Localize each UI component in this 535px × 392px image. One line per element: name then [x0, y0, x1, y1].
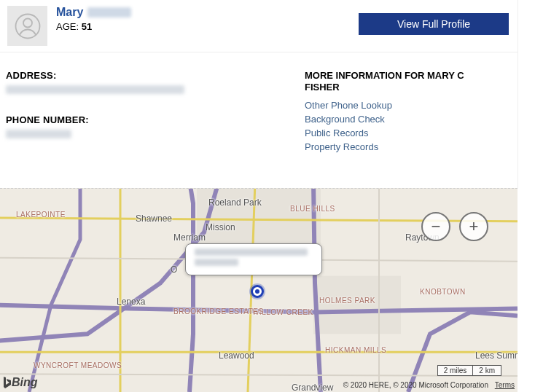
bing-icon — [1, 376, 12, 389]
map-scale: 2 miles 2 km — [437, 365, 501, 376]
map-label-knobtown: KNOBTOWN — [420, 288, 466, 296]
map-label-blue-hills: BLUE HILLS — [290, 205, 335, 213]
map-label-merriam: Merriam — [173, 232, 206, 243]
avatar — [7, 6, 47, 46]
more-info-links: Other Phone Lookup Background Check Publ… — [305, 100, 485, 152]
scale-miles: 2 miles — [437, 365, 473, 376]
link-property-records[interactable]: Property Records — [305, 141, 485, 152]
link-public-records[interactable]: Public Records — [305, 128, 485, 138]
view-full-profile-button[interactable]: View Full Profile — [359, 13, 509, 35]
link-other-phone-lookup[interactable]: Other Phone Lookup — [305, 100, 485, 111]
details-section: ADDRESS: PHONE NUMBER: MORE INFORMATION … — [0, 52, 535, 161]
map-label-lees-summit: Lees Summ — [475, 350, 518, 361]
zoom-in-button[interactable]: + — [459, 212, 488, 241]
more-info-prefix: MORE INFORMATION FOR — [305, 70, 427, 81]
scale-km: 2 km — [472, 365, 501, 376]
map-label-grandview: Grandview — [292, 383, 333, 392]
address-label: ADDRESS: — [6, 70, 305, 81]
map-copyright: © 2020 HERE, © 2020 Microsoft Corporatio… — [343, 381, 515, 389]
map-label-leawood: Leawood — [219, 350, 254, 361]
map-provider-logo: Bing — [1, 376, 38, 389]
redacted-address-value — [6, 85, 184, 94]
zoom-out-button[interactable]: − — [421, 212, 450, 241]
redacted-name-remainder — [87, 7, 131, 17]
redacted-popup-line-2 — [195, 259, 238, 266]
person-summary-card: Mary AGE: 51 View Full Profile — [0, 0, 535, 52]
link-background-check[interactable]: Background Check — [305, 114, 485, 125]
more-info-heading: MORE INFORMATION FOR MARY C FISHER — [305, 70, 485, 94]
age-label: AGE: — [56, 21, 79, 32]
redacted-popup-line-1 — [195, 248, 308, 256]
terms-link[interactable]: Terms — [495, 381, 515, 389]
map-marker[interactable] — [251, 285, 264, 298]
map-label-lakepointe: LAKEPOINTE — [16, 211, 66, 219]
map[interactable]: Roeland Park Shawnee Mission Merriam O L… — [0, 188, 518, 392]
map-popup — [185, 243, 322, 275]
redacted-phone-value — [6, 130, 71, 138]
copyright-text: © 2020 HERE, © 2020 Microsoft Corporatio… — [343, 381, 488, 389]
phone-label: PHONE NUMBER: — [6, 114, 305, 125]
age-value: 51 — [82, 21, 92, 32]
right-gutter — [518, 0, 535, 188]
map-provider-text: Bing — [12, 376, 38, 389]
svg-point-1 — [23, 18, 32, 27]
map-label-hickman: HICKMAN MILLS — [325, 346, 386, 354]
map-label-holmes-park: HOLMES PARK — [319, 297, 375, 305]
map-label-overland: O — [171, 264, 177, 275]
map-label-mission: Mission — [206, 222, 235, 232]
svg-rect-4 — [313, 276, 401, 334]
map-label-shawnee: Shawnee — [136, 213, 172, 224]
map-label-lenexa: Lenexa — [117, 297, 145, 307]
map-label-wyncroft: WYNCROFT MEADOWS — [34, 362, 122, 369]
person-icon — [15, 13, 41, 39]
map-label-roeland-park: Roeland Park — [208, 197, 262, 208]
map-label-brookridge: BROOKRIDGE ESTATES — [173, 308, 264, 315]
person-name: Mary — [56, 6, 83, 19]
